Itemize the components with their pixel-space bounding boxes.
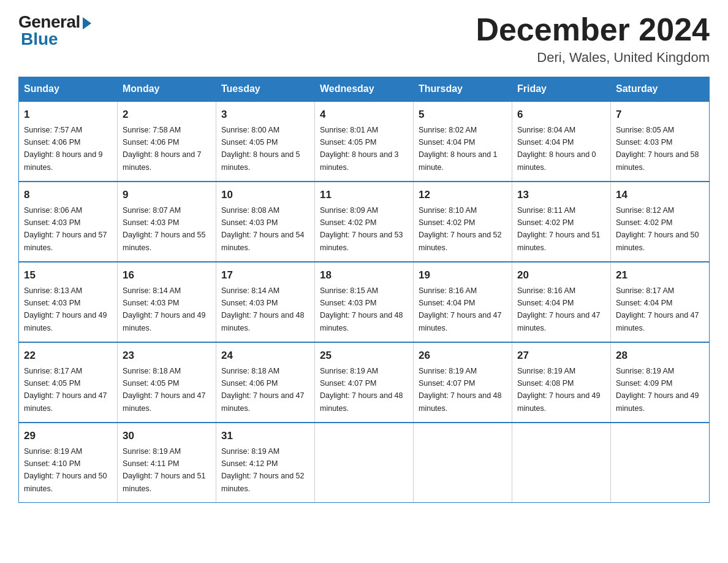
header-cell-wednesday: Wednesday <box>315 77 414 102</box>
day-number: 25 <box>320 348 408 364</box>
day-number: 15 <box>24 267 112 283</box>
week-row-3: 15Sunrise: 8:13 AMSunset: 4:03 PMDayligh… <box>19 262 710 342</box>
day-info: Sunrise: 8:08 AMSunset: 4:03 PMDaylight:… <box>221 206 305 252</box>
header-cell-monday: Monday <box>118 77 216 102</box>
day-cell: 31Sunrise: 8:19 AMSunset: 4:12 PMDayligh… <box>216 423 315 503</box>
day-cell: 5Sunrise: 8:02 AMSunset: 4:04 PMDaylight… <box>414 101 512 182</box>
logo-arrow-icon <box>83 17 91 29</box>
week-row-5: 29Sunrise: 8:19 AMSunset: 4:10 PMDayligh… <box>19 423 710 503</box>
day-number: 5 <box>419 107 507 123</box>
day-info: Sunrise: 8:02 AMSunset: 4:04 PMDaylight:… <box>419 126 498 172</box>
week-row-2: 8Sunrise: 8:06 AMSunset: 4:03 PMDaylight… <box>19 182 710 262</box>
day-cell: 9Sunrise: 8:07 AMSunset: 4:03 PMDaylight… <box>118 182 216 262</box>
day-number: 17 <box>221 267 309 283</box>
day-cell <box>315 423 414 503</box>
day-cell: 2Sunrise: 7:58 AMSunset: 4:06 PMDaylight… <box>118 101 216 182</box>
header-cell-thursday: Thursday <box>414 77 512 102</box>
day-info: Sunrise: 8:01 AMSunset: 4:05 PMDaylight:… <box>320 126 399 172</box>
day-number: 27 <box>517 348 605 364</box>
day-number: 24 <box>221 348 309 364</box>
day-cell: 24Sunrise: 8:18 AMSunset: 4:06 PMDayligh… <box>216 342 315 423</box>
day-cell: 8Sunrise: 8:06 AMSunset: 4:03 PMDaylight… <box>19 182 118 262</box>
day-info: Sunrise: 8:07 AMSunset: 4:03 PMDaylight:… <box>123 206 206 252</box>
day-number: 22 <box>24 348 112 364</box>
day-cell: 22Sunrise: 8:17 AMSunset: 4:05 PMDayligh… <box>19 342 118 423</box>
day-number: 26 <box>419 348 507 364</box>
month-title: December 2024 <box>476 12 710 47</box>
day-number: 3 <box>221 107 309 123</box>
day-info: Sunrise: 8:18 AMSunset: 4:05 PMDaylight:… <box>123 367 206 413</box>
day-info: Sunrise: 8:17 AMSunset: 4:04 PMDaylight:… <box>616 286 699 332</box>
day-cell: 25Sunrise: 8:19 AMSunset: 4:07 PMDayligh… <box>315 342 414 423</box>
day-info: Sunrise: 8:12 AMSunset: 4:02 PMDaylight:… <box>616 206 699 252</box>
day-info: Sunrise: 8:16 AMSunset: 4:04 PMDaylight:… <box>419 286 502 332</box>
day-info: Sunrise: 8:04 AMSunset: 4:04 PMDaylight:… <box>517 126 596 172</box>
day-number: 10 <box>221 187 309 203</box>
logo-blue-text: Blue <box>18 29 58 49</box>
day-number: 19 <box>419 267 507 283</box>
header-cell-sunday: Sunday <box>19 77 118 102</box>
day-cell: 6Sunrise: 8:04 AMSunset: 4:04 PMDaylight… <box>512 101 611 182</box>
title-area: December 2024 Deri, Wales, United Kingdo… <box>476 12 710 66</box>
day-info: Sunrise: 8:19 AMSunset: 4:07 PMDaylight:… <box>419 367 502 413</box>
day-info: Sunrise: 8:09 AMSunset: 4:02 PMDaylight:… <box>320 206 403 252</box>
day-number: 8 <box>24 187 112 203</box>
day-info: Sunrise: 8:19 AMSunset: 4:10 PMDaylight:… <box>24 447 107 493</box>
day-cell: 23Sunrise: 8:18 AMSunset: 4:05 PMDayligh… <box>118 342 216 423</box>
day-cell: 12Sunrise: 8:10 AMSunset: 4:02 PMDayligh… <box>414 182 512 262</box>
day-number: 2 <box>123 107 211 123</box>
day-cell: 1Sunrise: 7:57 AMSunset: 4:06 PMDaylight… <box>19 101 118 182</box>
day-cell: 20Sunrise: 8:16 AMSunset: 4:04 PMDayligh… <box>512 262 611 342</box>
day-cell: 10Sunrise: 8:08 AMSunset: 4:03 PMDayligh… <box>216 182 315 262</box>
day-cell: 29Sunrise: 8:19 AMSunset: 4:10 PMDayligh… <box>19 423 118 503</box>
day-info: Sunrise: 7:57 AMSunset: 4:06 PMDaylight:… <box>24 126 103 172</box>
header-cell-friday: Friday <box>512 77 611 102</box>
day-cell <box>611 423 710 503</box>
day-cell: 15Sunrise: 8:13 AMSunset: 4:03 PMDayligh… <box>19 262 118 342</box>
location-text: Deri, Wales, United Kingdom <box>476 50 710 66</box>
week-row-1: 1Sunrise: 7:57 AMSunset: 4:06 PMDaylight… <box>19 101 710 182</box>
day-cell: 18Sunrise: 8:15 AMSunset: 4:03 PMDayligh… <box>315 262 414 342</box>
day-info: Sunrise: 8:10 AMSunset: 4:02 PMDaylight:… <box>419 206 502 252</box>
day-info: Sunrise: 8:05 AMSunset: 4:03 PMDaylight:… <box>616 126 699 172</box>
day-number: 6 <box>517 107 605 123</box>
day-cell: 4Sunrise: 8:01 AMSunset: 4:05 PMDaylight… <box>315 101 414 182</box>
day-number: 1 <box>24 107 112 123</box>
logo: General Blue <box>18 12 91 49</box>
day-info: Sunrise: 8:19 AMSunset: 4:12 PMDaylight:… <box>221 447 305 493</box>
header-cell-tuesday: Tuesday <box>216 77 315 102</box>
day-cell: 19Sunrise: 8:16 AMSunset: 4:04 PMDayligh… <box>414 262 512 342</box>
day-number: 20 <box>517 267 605 283</box>
day-number: 29 <box>24 428 112 444</box>
day-cell <box>512 423 611 503</box>
day-info: Sunrise: 8:14 AMSunset: 4:03 PMDaylight:… <box>123 286 206 332</box>
day-number: 13 <box>517 187 605 203</box>
day-info: Sunrise: 8:17 AMSunset: 4:05 PMDaylight:… <box>24 367 107 413</box>
day-cell: 13Sunrise: 8:11 AMSunset: 4:02 PMDayligh… <box>512 182 611 262</box>
day-cell: 14Sunrise: 8:12 AMSunset: 4:02 PMDayligh… <box>611 182 710 262</box>
day-number: 9 <box>123 187 211 203</box>
day-info: Sunrise: 8:06 AMSunset: 4:03 PMDaylight:… <box>24 206 107 252</box>
day-number: 11 <box>320 187 408 203</box>
day-cell: 28Sunrise: 8:19 AMSunset: 4:09 PMDayligh… <box>611 342 710 423</box>
day-cell: 21Sunrise: 8:17 AMSunset: 4:04 PMDayligh… <box>611 262 710 342</box>
day-number: 7 <box>616 107 704 123</box>
day-cell: 17Sunrise: 8:14 AMSunset: 4:03 PMDayligh… <box>216 262 315 342</box>
day-cell: 30Sunrise: 8:19 AMSunset: 4:11 PMDayligh… <box>118 423 216 503</box>
calendar-table: SundayMondayTuesdayWednesdayThursdayFrid… <box>18 77 710 503</box>
day-number: 18 <box>320 267 408 283</box>
day-number: 12 <box>419 187 507 203</box>
day-info: Sunrise: 8:19 AMSunset: 4:11 PMDaylight:… <box>123 447 206 493</box>
day-info: Sunrise: 8:19 AMSunset: 4:09 PMDaylight:… <box>616 367 699 413</box>
day-info: Sunrise: 8:11 AMSunset: 4:02 PMDaylight:… <box>517 206 601 252</box>
day-number: 30 <box>123 428 211 444</box>
day-number: 14 <box>616 187 704 203</box>
header-row: SundayMondayTuesdayWednesdayThursdayFrid… <box>19 77 710 102</box>
day-number: 31 <box>221 428 309 444</box>
header-cell-saturday: Saturday <box>611 77 710 102</box>
day-cell <box>414 423 512 503</box>
day-number: 4 <box>320 107 408 123</box>
day-cell: 16Sunrise: 8:14 AMSunset: 4:03 PMDayligh… <box>118 262 216 342</box>
week-row-4: 22Sunrise: 8:17 AMSunset: 4:05 PMDayligh… <box>19 342 710 423</box>
day-cell: 3Sunrise: 8:00 AMSunset: 4:05 PMDaylight… <box>216 101 315 182</box>
